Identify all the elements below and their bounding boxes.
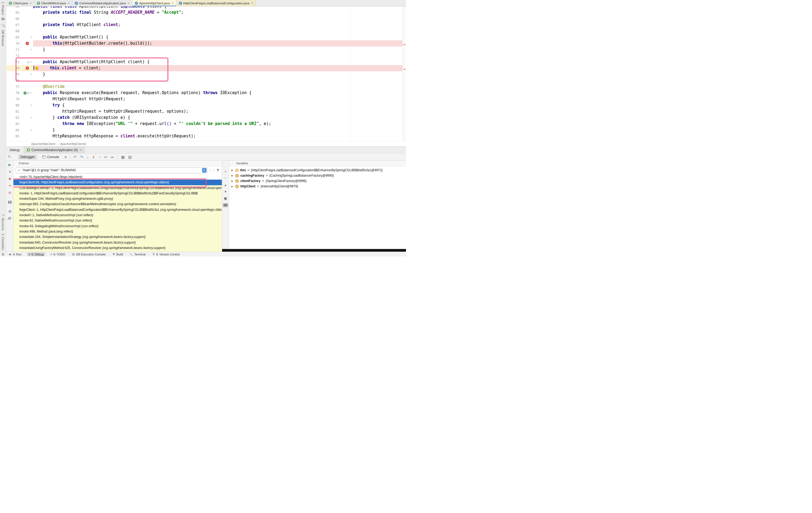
code-line[interactable]: 81 httpUriRequest = toHttpUriRequest(req… bbox=[6, 108, 403, 115]
stack-frame-row[interactable]: invoke0:-1, NativeMethodAccessorImpl (su… bbox=[13, 212, 222, 218]
code-line[interactable]: 73@∨ public ApacheHttpClient(HttpClient … bbox=[6, 59, 403, 65]
expand-icon[interactable]: ▶ bbox=[231, 174, 234, 177]
editor-tab[interactable]: CHttpClientFeignLoadBalancedConfiguratio… bbox=[176, 0, 256, 6]
code-line[interactable]: 75∧ } bbox=[6, 71, 403, 78]
editor-tab[interactable]: CCommonMistakesApplication.java× bbox=[72, 0, 132, 6]
stack-frames-list[interactable]: <init>:74, ApacheHttpClient (feign.httpc… bbox=[13, 174, 222, 252]
step-over-icon[interactable]: ↷ bbox=[80, 155, 83, 159]
stack-frame-row[interactable]: instantiate:640, ConstructorResolver (or… bbox=[13, 240, 222, 245]
statusbar-item-9-version-control[interactable]: ⇅9: Version Control bbox=[151, 253, 181, 256]
fold-marker[interactable]: ∨ bbox=[29, 59, 33, 65]
previous-frame-icon[interactable]: ↑ bbox=[209, 168, 211, 172]
code-line[interactable]: 69∨ public ApacheHttpClient() { bbox=[6, 34, 403, 40]
statusbar-item-terminal[interactable]: >_Terminal bbox=[128, 253, 147, 256]
tool-window-button-structure[interactable]: 7: Structure bbox=[1, 214, 5, 230]
close-icon[interactable]: × bbox=[30, 2, 32, 5]
camera-icon[interactable] bbox=[8, 201, 11, 203]
filter-icon[interactable] bbox=[216, 169, 220, 172]
stack-frame-row[interactable]: instantiateUsingFactoryMethod:625, Const… bbox=[13, 245, 222, 251]
thread-selector[interactable]: ✓ "main"@1 in group "main": RUNNING bbox=[16, 167, 207, 173]
fold-marker[interactable]: ∨ bbox=[29, 90, 33, 96]
move-down-icon[interactable]: ▾ bbox=[225, 190, 226, 194]
pin-icon[interactable] bbox=[8, 217, 11, 220]
code-line[interactable]: 67 private final HttpClient client; bbox=[6, 22, 403, 28]
settings-icon[interactable]: ⚙ bbox=[8, 209, 11, 214]
editor-tab[interactable]: CApacheHttpClient.java× bbox=[132, 0, 176, 6]
code-line[interactable]: 79 HttpUriRequest httpUriRequest; bbox=[6, 96, 403, 102]
drop-frame-icon[interactable]: ↩ bbox=[104, 155, 107, 159]
tool-window-button-favorites[interactable]: 2: Favorites bbox=[1, 234, 5, 250]
show-watches-icon[interactable]: oo bbox=[223, 203, 228, 207]
intention-bulb-icon[interactable] bbox=[35, 67, 38, 70]
stack-frame-row[interactable]: invoke:498, Method (java.lang.reflect) bbox=[13, 229, 222, 234]
stack-frame-row[interactable]: CGLIB$feignClient$0:-1, HttpClientFeignL… bbox=[13, 185, 222, 191]
view-as-table-icon[interactable]: ▦ bbox=[121, 155, 125, 159]
debug-session-tab[interactable]: CommonMistakesApplication (5) × bbox=[24, 146, 85, 153]
stack-frame-row[interactable]: intercept:363, ConfigurationClassEnhance… bbox=[13, 201, 222, 207]
stack-frame-row[interactable]: invoke:62, NativeMethodAccessorImpl (sun… bbox=[13, 218, 222, 223]
code-line[interactable]: 80∨ try { bbox=[6, 102, 403, 108]
code-line[interactable]: 74✓this.client = client; bbox=[6, 65, 403, 71]
mute-breakpoints-icon[interactable]: ⊘ bbox=[8, 191, 11, 195]
folder-icon[interactable] bbox=[2, 18, 5, 20]
statusbar-item-db-execution-console[interactable]: ▤DB Execution Console bbox=[71, 253, 107, 256]
tab-debugger[interactable]: Debugger bbox=[18, 154, 37, 160]
expand-icon[interactable]: ▶ bbox=[231, 169, 234, 172]
db-browser-icon[interactable] bbox=[2, 24, 4, 26]
step-into-icon[interactable]: ↓ bbox=[87, 155, 88, 159]
next-frame-icon[interactable]: ↓ bbox=[213, 168, 214, 172]
fold-marker[interactable]: ∧ bbox=[29, 127, 33, 133]
fold-marker[interactable]: ∧ bbox=[29, 71, 33, 78]
stack-frame-row[interactable]: invokeSuper:244, MethodProxy (org.spring… bbox=[13, 196, 222, 201]
variable-row[interactable]: ▶phttpClient = {InternalHttpClient@9979} bbox=[229, 183, 406, 189]
statusbar-item-4-run[interactable]: ▶4: Run bbox=[8, 253, 23, 256]
step-out-icon[interactable]: ↑ bbox=[99, 155, 100, 159]
move-up-icon[interactable]: ▴ bbox=[225, 183, 226, 187]
expand-icon[interactable]: ▶ bbox=[231, 185, 234, 188]
code-line[interactable]: 68 bbox=[6, 28, 403, 34]
expand-icon[interactable]: ▶ bbox=[231, 180, 234, 182]
rerun-icon[interactable]: ↻ bbox=[8, 154, 11, 159]
code-line[interactable]: 64public final class ApacheHttpClient im… bbox=[6, 6, 403, 9]
code-line[interactable]: 78↑@∨ public Response execute(Request re… bbox=[6, 90, 403, 96]
breakpoint-icon[interactable]: ✓ bbox=[26, 66, 29, 70]
fold-marker[interactable]: ∨ bbox=[29, 102, 33, 108]
variable-row[interactable]: ▶pcachingFactory = {CachingSpringLoadBal… bbox=[229, 173, 406, 178]
tab-console[interactable]: Console bbox=[40, 154, 61, 160]
code-line[interactable]: 83 throw new IOException("URL '" + reque… bbox=[6, 121, 403, 127]
statusbar-item-build[interactable]: ⚒Build bbox=[111, 253, 124, 256]
override-icon[interactable]: ↑ bbox=[23, 91, 27, 95]
breakpoint-icon[interactable]: ✓ bbox=[26, 42, 29, 45]
code-editor[interactable]: 64public final class ApacheHttpClient im… bbox=[6, 6, 406, 141]
pause-icon[interactable]: ▮▮ bbox=[9, 170, 11, 174]
view-breakpoints-icon[interactable]: ●● bbox=[9, 183, 11, 188]
code-line[interactable]: 72 bbox=[6, 53, 403, 59]
stack-frame-row[interactable]: <init>:74, ApacheHttpClient (feign.httpc… bbox=[13, 174, 222, 180]
stack-frame-row[interactable]: instantiate:154, SimpleInstantiationStra… bbox=[13, 234, 222, 239]
stop-icon[interactable]: ■ bbox=[9, 177, 11, 181]
add-icon[interactable]: + bbox=[225, 170, 227, 173]
duplicate-icon[interactable]: ▣ bbox=[224, 197, 227, 200]
tool-window-switcher-icon[interactable]: ⊞ bbox=[2, 253, 4, 256]
close-icon[interactable]: × bbox=[68, 2, 70, 5]
statusbar-item-5-debug[interactable]: ●5: Debug bbox=[27, 253, 45, 256]
code-line[interactable]: 82∧ } catch (URISyntaxException e) { bbox=[6, 115, 403, 121]
remove-icon[interactable]: − bbox=[225, 176, 227, 180]
run-to-cursor-icon[interactable]: ↦ bbox=[111, 155, 114, 159]
combo-stepper-icon[interactable] bbox=[202, 168, 206, 173]
code-line[interactable]: 65 private static final String ACCEPT_HE… bbox=[6, 9, 403, 16]
code-line[interactable]: 76 bbox=[6, 78, 403, 84]
code-line[interactable]: 77 @Override bbox=[6, 84, 403, 90]
close-icon[interactable]: × bbox=[80, 148, 82, 152]
stack-frame-row[interactable]: invoke:-1, HttpClientFeignLoadBalancedCo… bbox=[13, 191, 222, 196]
layout-menu-icon[interactable]: ≡ bbox=[64, 155, 67, 159]
variable-row[interactable]: ▶pclientFactory = {SpringClientFactory@9… bbox=[229, 178, 406, 183]
code-line[interactable]: 70✓ this(HttpClientBuilder.create().buil… bbox=[6, 40, 403, 47]
variable-row[interactable]: ▶this = {HttpClientFeignLoadBalancedConf… bbox=[229, 168, 406, 173]
stack-frame-row[interactable]: invoke:43, DelegatingMethodAccessorImpl … bbox=[13, 223, 222, 229]
editor-tab[interactable]: CClient.java× bbox=[6, 0, 34, 6]
editor-tab[interactable]: CClientWithUrl.java× bbox=[34, 0, 72, 6]
close-icon[interactable]: × bbox=[251, 2, 253, 5]
code-line[interactable]: 84∧ } bbox=[6, 127, 403, 133]
editor-scrollbar[interactable] bbox=[403, 6, 406, 141]
